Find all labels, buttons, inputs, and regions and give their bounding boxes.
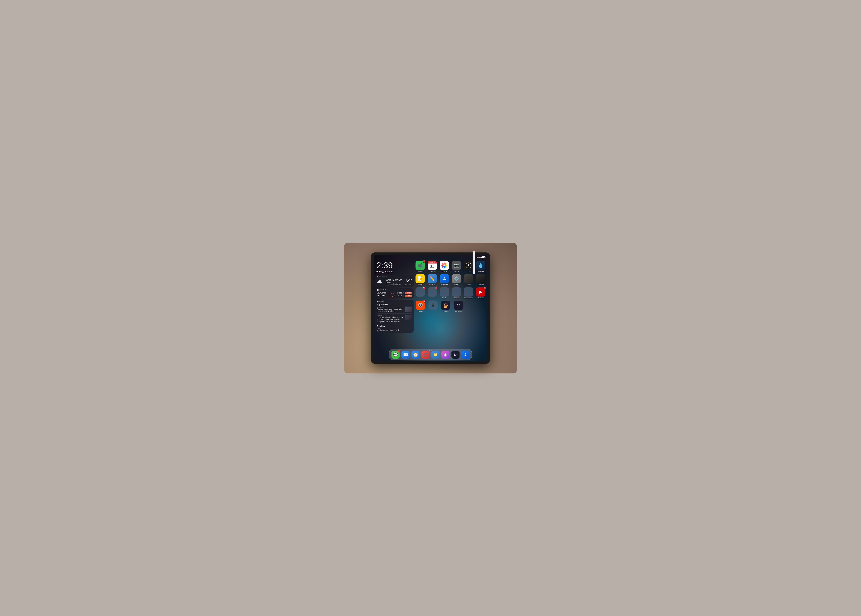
weather-cloud-icon: ☁️ xyxy=(377,280,382,284)
app-amazon-wrap[interactable]: amazon 🧺 Amazon xyxy=(440,300,451,312)
news-item-1[interactable]: NBC NEWS Tensions high in Iran, Mideast … xyxy=(377,306,412,314)
app-lifestyle-wrap[interactable]: Lifestyle xyxy=(476,274,486,285)
lifestyle-icon[interactable] xyxy=(476,274,485,283)
games-icon[interactable] xyxy=(452,288,461,297)
app-apple-wrap[interactable]: Apple xyxy=(463,274,474,285)
app-clock-wrap[interactable]: Clock xyxy=(463,261,474,272)
dock-files[interactable]: 📁 xyxy=(432,350,440,359)
app-entertainment-wrap[interactable]: Entertainment xyxy=(463,288,474,299)
news-header-icon: 📰 xyxy=(377,300,379,302)
dock-mail[interactable]: ✉️ xyxy=(401,350,410,359)
folder1-badge: 225 xyxy=(423,287,426,289)
blurred-icon[interactable]: 📱 xyxy=(428,300,438,310)
create-label: Create xyxy=(442,297,447,299)
news-trending-source-1: CNN xyxy=(377,328,412,329)
app-games-wrap[interactable]: Games xyxy=(451,288,462,299)
weather-temp: 69° xyxy=(405,278,412,283)
notes-label: Notes xyxy=(418,284,422,285)
dock-files-symbol: 📁 xyxy=(433,352,438,357)
apple-icon[interactable] xyxy=(464,274,473,283)
app-appstore-wrap[interactable]: App Store xyxy=(439,274,449,285)
news-thumb-2 xyxy=(405,315,412,320)
weather-widget[interactable]: 🌥 WEATHER ☁️ West Hollywood Cloudy Chanc… xyxy=(375,275,413,287)
games-label: Games xyxy=(454,297,459,299)
notes-icon-symbol: 📝 xyxy=(418,276,423,281)
app-darksky-wrap[interactable]: 💧 Dark Sky xyxy=(476,261,486,272)
amazon-icon[interactable]: amazon 🧺 xyxy=(441,300,450,310)
news-trending-item-1[interactable]: CNN Man injures 5 TSA agents while... xyxy=(377,328,412,331)
app-settings-wrap[interactable]: ⚙️ Settings xyxy=(451,274,462,285)
stock-change-nasdaq: -19.63 xyxy=(405,295,412,297)
app-blurred-wrap[interactable]: 📱 xyxy=(427,300,438,310)
dock-messages[interactable]: 💬 1 xyxy=(391,350,399,359)
dock-appstore-icon[interactable] xyxy=(462,350,470,359)
calendar-icon[interactable]: FRIDAY 21 xyxy=(427,261,437,270)
app-folder1-wrap[interactable]: 225 xyxy=(415,288,425,297)
news-header-title: NEWS xyxy=(379,300,384,302)
facetime-icon-symbol: 📹 xyxy=(418,263,423,268)
notes-icon[interactable]: 📝 xyxy=(415,274,425,283)
dock-music[interactable]: 🎵 xyxy=(421,350,429,359)
news-headline-2: Trump administration plans to arrest mor… xyxy=(377,316,404,323)
clock-hands-svg xyxy=(467,264,470,267)
appstore-icon[interactable] xyxy=(440,274,449,283)
app-row-4: 👽 1 Reddit 📱 xyxy=(415,300,486,312)
app-lightroom-wrap[interactable]: Lr Lightroom xyxy=(453,300,464,312)
reddit-icon[interactable]: 👽 1 xyxy=(416,300,425,310)
facetime-icon[interactable]: 📹 1 xyxy=(415,261,425,270)
entertainment-icon[interactable] xyxy=(464,288,473,297)
news-trending-label: Trending xyxy=(377,325,412,327)
facetime-label: FaceTime xyxy=(417,270,423,272)
photos-icon[interactable] xyxy=(440,261,449,270)
darksky-icon[interactable]: 💧 xyxy=(476,261,485,270)
dock-mail-icon[interactable]: ✉️ xyxy=(401,350,410,359)
lightroom-icon[interactable]: Lr xyxy=(454,300,463,310)
stock-value-nasdaq: 8,031.71 xyxy=(395,295,404,297)
stocks-widget[interactable]: 📈 STOCKS Dow Jones 26,719.13 xyxy=(375,288,413,299)
dock-messages-badge: 1 xyxy=(398,350,400,352)
clock-icon[interactable] xyxy=(464,261,473,270)
youtube-label: YouTube xyxy=(478,297,484,299)
dock-lightroom-icon[interactable]: Lr xyxy=(451,350,460,359)
dock-nova-icon[interactable]: ◉ xyxy=(441,350,449,359)
app-notes-wrap[interactable]: 📝 Notes xyxy=(415,274,425,285)
news-headline-1: Tensions high in Iran, Mideast after Tru… xyxy=(377,308,404,312)
dock-safari[interactable]: 🧭 xyxy=(412,350,420,359)
folder1-icon[interactable]: 225 xyxy=(415,288,425,297)
app-photos-wrap[interactable]: Photos xyxy=(439,261,449,272)
news-widget[interactable]: 📰 NEWS Top Stories NBC NEWS Tensions hig… xyxy=(375,300,413,333)
youtube-icon-symbol: ▶ xyxy=(479,289,482,294)
app-calendar-wrap[interactable]: FRIDAY 21 Calendar xyxy=(427,261,437,272)
dock-lightroom-app[interactable]: Lr xyxy=(451,350,460,359)
stock-value-dow: 26,719.13 xyxy=(395,292,404,294)
dock-nova[interactable]: ◉ xyxy=(441,350,449,359)
notability-label: Notability xyxy=(429,284,435,285)
app-camera-wrap[interactable]: 📷 Camera xyxy=(451,261,462,272)
youtube-icon[interactable]: ▶ 2 xyxy=(476,288,485,297)
battery-percent: 100% xyxy=(476,256,481,258)
app-folder2-wrap[interactable]: 4 xyxy=(427,288,437,297)
calendar-label: Calendar xyxy=(429,270,435,272)
app-reddit-wrap[interactable]: 👽 1 Reddit xyxy=(415,300,426,312)
stock-name-nasdaq: NASDAQ xyxy=(377,295,388,297)
news-source-1: NBC NEWS xyxy=(377,306,404,308)
stock-name-dow: Dow Jones xyxy=(377,292,388,294)
app-facetime-wrap[interactable]: 📹 1 FaceTime xyxy=(415,261,425,272)
app-notability-wrap[interactable]: ✏️ Notability xyxy=(427,274,437,285)
news-item-2[interactable]: B NEWS Trump administration plans to arr… xyxy=(377,315,412,324)
notability-icon[interactable]: ✏️ xyxy=(427,274,437,283)
dock-appstore-app[interactable] xyxy=(462,350,470,359)
app-row-2: 📝 Notes ✏️ Notability xyxy=(415,274,486,285)
app-youtube-wrap[interactable]: ▶ 2 YouTube xyxy=(476,288,486,299)
facetime-badge: 1 xyxy=(423,260,426,263)
app-create-wrap[interactable]: Create xyxy=(439,288,449,299)
wifi-icon: ▲ xyxy=(474,256,476,258)
folder2-icon[interactable]: 4 xyxy=(427,288,437,297)
dock-music-icon[interactable]: 🎵 xyxy=(421,350,429,359)
camera-icon[interactable]: 📷 xyxy=(452,261,461,270)
settings-icon[interactable]: ⚙️ xyxy=(452,274,461,283)
dock-files-icon[interactable]: 📁 xyxy=(432,350,440,359)
folder2-badge: 4 xyxy=(435,287,438,289)
create-icon[interactable] xyxy=(440,288,449,297)
dock-safari-icon[interactable]: 🧭 xyxy=(412,350,420,359)
